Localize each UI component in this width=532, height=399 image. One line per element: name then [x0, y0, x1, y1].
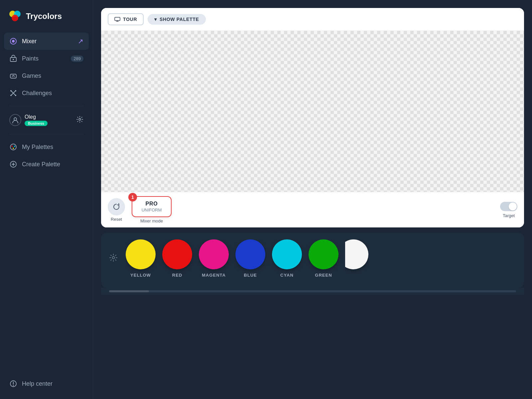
mixer-mode-label: Mixer mode — [140, 218, 163, 223]
logo-area: Trycolors — [0, 0, 93, 33]
svg-point-14 — [14, 118, 17, 120]
svg-point-2 — [12, 15, 18, 21]
palette-row: YELLOW RED MAGENTA BLUE CYAN — [101, 233, 524, 288]
sidebar-item-challenges[interactable]: Challenges — [4, 84, 89, 102]
color-circle-magenta — [199, 239, 229, 269]
sidebar-item-games[interactable]: Games — [4, 67, 89, 84]
sidebar-divider-2 — [9, 134, 83, 134]
paints-icon — [9, 55, 17, 63]
svg-point-16 — [10, 144, 16, 150]
games-icon — [9, 72, 17, 80]
sidebar-item-paints[interactable]: Paints 289 — [4, 50, 89, 67]
challenges-label: Challenges — [22, 90, 83, 97]
paints-label: Paints — [22, 55, 66, 62]
mixer-mode-sub-label: UNIFORM — [142, 207, 162, 212]
color-name-cyan: CYAN — [280, 273, 294, 278]
svg-point-10 — [10, 90, 12, 91]
scrollbar-thumb — [109, 290, 149, 292]
color-circle-yellow — [126, 239, 156, 269]
mixer-mode-pro-label: PRO — [145, 201, 158, 207]
sidebar-divider — [9, 106, 83, 106]
user-info: Oleg Business — [25, 114, 73, 126]
mixer-controls: Reset 1 PRO UNIFORM Mixer mode Target — [101, 192, 524, 227]
help-icon — [9, 380, 17, 388]
target-toggle[interactable] — [500, 202, 517, 211]
mixer-icon — [9, 37, 17, 45]
sidebar-item-create-palette[interactable]: Create Palette — [4, 156, 89, 173]
svg-point-11 — [15, 90, 16, 91]
palette-settings-icon[interactable] — [109, 253, 118, 264]
reset-icon-circle — [108, 198, 125, 215]
my-palettes-icon — [9, 143, 17, 151]
create-palette-icon — [9, 160, 17, 168]
step-badge: 1 — [128, 193, 137, 201]
paints-badge: 289 — [71, 56, 83, 62]
sidebar-bottom: Help center — [0, 375, 93, 392]
svg-point-6 — [13, 59, 14, 60]
color-item-blue[interactable]: BLUE — [235, 239, 265, 278]
color-item-yellow[interactable]: YELLOW — [126, 239, 156, 278]
color-item-magenta[interactable]: MAGENTA — [199, 239, 229, 278]
svg-point-17 — [11, 146, 13, 147]
user-avatar — [9, 114, 21, 126]
color-item-cyan[interactable]: CYAN — [272, 239, 302, 278]
sidebar-nav: Mixer ↗ Paints 289 — [0, 33, 93, 375]
color-circle-white — [345, 239, 368, 269]
chevron-down-icon: ▾ — [154, 17, 157, 22]
sidebar-item-my-palettes[interactable]: My Palettes — [4, 138, 89, 156]
mixer-trend: ↗ — [78, 37, 83, 45]
toggle-knob — [509, 202, 517, 210]
sidebar-item-help[interactable]: Help center — [4, 375, 89, 392]
mixer-toolbar: TOUR ▾ SHOW PALETTE — [101, 8, 524, 31]
show-palette-label: SHOW PALETTE — [160, 17, 199, 22]
my-palettes-label: My Palettes — [22, 144, 83, 151]
sidebar: Trycolors Mixer ↗ Paints — [0, 0, 93, 399]
color-item-red[interactable]: RED — [162, 239, 192, 278]
svg-point-12 — [10, 95, 12, 96]
main-content: TOUR ▾ SHOW PALETTE Reset — [93, 0, 532, 399]
mixer-label: Mixer — [22, 38, 73, 45]
user-settings-icon[interactable] — [76, 116, 83, 125]
color-name-red: RED — [172, 273, 183, 278]
user-plan-badge: Business — [25, 121, 48, 126]
svg-point-19 — [13, 148, 14, 149]
color-circle-red — [162, 239, 192, 269]
sidebar-item-mixer[interactable]: Mixer ↗ — [4, 33, 89, 50]
mixer-area: TOUR ▾ SHOW PALETTE Reset — [101, 8, 524, 227]
app-name: Trycolors — [26, 12, 62, 21]
games-label: Games — [22, 72, 83, 79]
target-label: Target — [503, 213, 515, 218]
tour-screen-icon — [114, 17, 120, 22]
mixer-canvas[interactable] — [101, 31, 524, 192]
reset-label: Reset — [111, 217, 122, 222]
logo-icon — [8, 9, 22, 23]
svg-rect-23 — [115, 17, 120, 21]
show-palette-button[interactable]: ▾ SHOW PALETTE — [148, 14, 205, 25]
color-name-green: GREEN — [315, 273, 332, 278]
color-items: YELLOW RED MAGENTA BLUE CYAN — [126, 239, 516, 278]
reset-button[interactable]: Reset — [108, 198, 125, 222]
tour-button[interactable]: TOUR — [108, 13, 144, 25]
user-name: Oleg — [25, 114, 73, 120]
mixer-mode-button[interactable]: PRO UNIFORM Mixer mode — [132, 196, 172, 223]
challenges-icon — [9, 89, 17, 97]
color-name-blue: BLUE — [244, 273, 257, 278]
user-section: Oleg Business — [4, 110, 89, 130]
color-item-green[interactable]: GREEN — [309, 239, 338, 278]
svg-point-15 — [79, 118, 81, 120]
svg-point-25 — [112, 256, 115, 259]
color-item-white[interactable]: WH — [345, 239, 368, 278]
create-palette-label: Create Palette — [22, 161, 83, 168]
mixer-mode-container: 1 PRO UNIFORM Mixer mode — [132, 196, 172, 223]
svg-point-4 — [12, 40, 15, 43]
help-label: Help center — [22, 380, 83, 387]
scrollbar-track[interactable] — [109, 290, 516, 292]
color-name-yellow: YELLOW — [130, 273, 151, 278]
color-name-magenta: MAGENTA — [202, 273, 226, 278]
color-circle-cyan — [272, 239, 302, 269]
svg-point-18 — [14, 146, 15, 147]
scrollbar-area — [101, 288, 524, 295]
target-control: Target — [500, 202, 517, 218]
tour-button-label: TOUR — [123, 17, 137, 22]
mixer-mode-card: PRO UNIFORM — [132, 196, 172, 217]
